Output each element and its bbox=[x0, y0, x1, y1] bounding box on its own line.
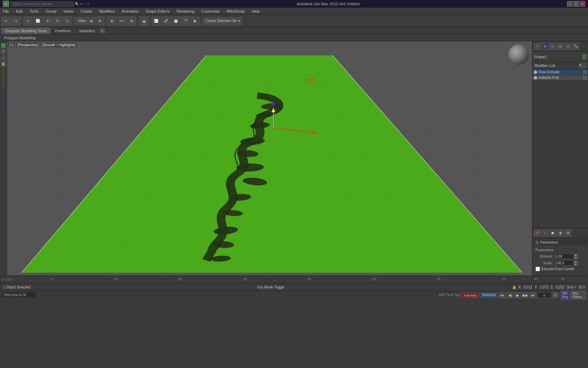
go-to-end-button[interactable]: ⏭ bbox=[530, 292, 537, 298]
extrude-from-center-checkbox[interactable] bbox=[536, 267, 540, 271]
tab-selection[interactable]: Selection bbox=[75, 28, 99, 34]
auto-key-button[interactable]: Auto Key bbox=[461, 292, 479, 298]
menu-file[interactable]: File bbox=[1, 8, 10, 14]
reference-coord-dropdown[interactable]: View World Local bbox=[75, 17, 94, 25]
undo-button[interactable]: ↩ bbox=[1, 16, 10, 26]
zoom-extents-button[interactable]: ⊙ bbox=[1, 49, 6, 54]
vertical-slider-2[interactable] bbox=[3, 90, 4, 111]
curve-editor-button[interactable]: 📈 bbox=[152, 16, 161, 26]
menu-modifiers[interactable]: Modifiers bbox=[98, 8, 116, 14]
viewport-plus[interactable]: [+] bbox=[8, 43, 14, 47]
render-setup-button[interactable]: 🎬 bbox=[181, 16, 190, 26]
menu-create[interactable]: Create bbox=[79, 8, 93, 14]
set-key-area: Set Key Key Filters... bbox=[560, 291, 587, 300]
redo-button[interactable]: ↪ bbox=[11, 16, 20, 26]
tick-60: 60 bbox=[437, 277, 441, 281]
make-unique-button[interactable]: ⬢ bbox=[549, 230, 556, 237]
main-layout: S ⊙ + ✋ [+] [Perspective] [Smooth + High… bbox=[0, 41, 588, 275]
scale-spin-down[interactable]: ▼ bbox=[574, 263, 578, 266]
select-filter-button[interactable]: ◈ bbox=[107, 16, 117, 26]
status-bar: 1 Object Selected Key Mode Toggle 🔒 X: 6… bbox=[0, 283, 588, 291]
go-to-start-button[interactable]: ⏮ bbox=[499, 292, 506, 298]
menu-graph-editors[interactable]: Graph Editors bbox=[145, 8, 171, 14]
menu-maxscript[interactable]: MAXScript bbox=[225, 8, 246, 14]
modifier-list-dropdown[interactable]: ▾ bbox=[579, 63, 586, 68]
zoom-button[interactable]: + bbox=[1, 55, 6, 61]
modifier-editable-poly[interactable]: Editable Poly bbox=[532, 75, 588, 81]
utilities-panel-icon[interactable]: 🔧 bbox=[572, 43, 579, 50]
window-title: Autodesk 3ds Max 2010 x64 Untitled bbox=[89, 2, 567, 6]
menu-help[interactable]: Help bbox=[250, 8, 261, 14]
display-panel-icon[interactable]: ◻ bbox=[565, 43, 572, 50]
modifier-editable-poly-bulb[interactable] bbox=[534, 76, 537, 80]
modifier-editable-poly-settings-icon[interactable] bbox=[583, 76, 587, 80]
scale-button[interactable]: ⬡ bbox=[63, 16, 72, 26]
params-collapse-button[interactable]: − bbox=[535, 241, 539, 244]
grid-value: 10,0 bbox=[579, 285, 585, 289]
prev-frame-button[interactable]: ◀ bbox=[506, 292, 513, 298]
menu-tools[interactable]: Tools bbox=[28, 8, 40, 14]
tab-graphite-modeling[interactable]: Graphite Modeling Tools bbox=[1, 28, 50, 34]
material-editor-button[interactable]: ⬤ bbox=[171, 16, 180, 26]
menu-rendering[interactable]: Rendering bbox=[175, 8, 196, 14]
close-button[interactable]: ✕ bbox=[580, 1, 585, 7]
align-button[interactable]: ⊞ bbox=[127, 16, 136, 26]
amount-input[interactable] bbox=[554, 253, 574, 259]
mirror-button[interactable]: ⟺ bbox=[117, 16, 126, 26]
pan-button[interactable]: ✋ bbox=[1, 61, 6, 67]
modifier-face-extrude[interactable]: Face Extrude bbox=[532, 69, 588, 75]
search-input[interactable] bbox=[10, 1, 74, 7]
layer-manager-button[interactable]: ⬓ bbox=[139, 16, 148, 26]
maximize-button[interactable]: □ bbox=[573, 1, 579, 7]
add-time-tag-button[interactable]: Add Time Tag bbox=[439, 293, 460, 297]
select-region-button[interactable]: ⬜ bbox=[33, 16, 42, 26]
use-pivot-button[interactable]: ⊕ bbox=[95, 16, 104, 26]
schematic-view-button[interactable]: 🔗 bbox=[161, 16, 170, 26]
graphite-close-button[interactable]: ✕ bbox=[99, 28, 105, 34]
key-filters-button[interactable]: Key Filters... bbox=[570, 291, 587, 300]
menu-group[interactable]: Group bbox=[44, 8, 58, 14]
modifier-settings-icon[interactable] bbox=[583, 70, 587, 74]
menu-customize[interactable]: Customize bbox=[200, 8, 221, 14]
create-panel-icon[interactable]: + bbox=[534, 43, 541, 50]
amount-spin-up[interactable]: ▲ bbox=[574, 253, 578, 256]
object-color-swatch[interactable] bbox=[582, 55, 587, 59]
configure-modifier-sets-button[interactable]: ⚙ bbox=[565, 230, 572, 237]
modifier-visibility-bulb[interactable] bbox=[534, 70, 537, 74]
next-frame-button[interactable]: ▶▶ bbox=[522, 292, 529, 298]
modify-panel-icon[interactable]: ⊘ bbox=[541, 43, 548, 50]
menu-views[interactable]: Views bbox=[62, 8, 75, 14]
render-production-button[interactable]: ▶ bbox=[191, 16, 200, 26]
rotate-button[interactable]: ↻ bbox=[53, 16, 62, 26]
viewport-shading[interactable]: [Smooth + Highlights] bbox=[41, 43, 76, 47]
select-object-button[interactable]: ⊙ bbox=[23, 16, 33, 26]
hierarchy-panel-icon[interactable]: ⬡ bbox=[549, 43, 556, 50]
create-selection-button[interactable]: Create Selection Se ▾ bbox=[203, 17, 242, 25]
sub-tab-polygon-modelling[interactable]: Polygon Modelling bbox=[1, 35, 38, 41]
vertical-slider[interactable] bbox=[3, 68, 4, 89]
viewport[interactable]: [+] [Perspective] [Smooth + Highlights] bbox=[7, 41, 532, 275]
motion-panel-icon[interactable]: ◎ bbox=[557, 43, 564, 50]
move-button[interactable]: ✛ bbox=[43, 16, 52, 26]
minimize-button[interactable]: − bbox=[567, 1, 573, 7]
menu-edit[interactable]: Edit bbox=[15, 8, 24, 14]
pin-stack-button[interactable]: 📌 bbox=[534, 230, 541, 237]
scale-input[interactable] bbox=[554, 260, 574, 266]
play-button[interactable]: ▶ bbox=[514, 292, 521, 298]
welcome-text-box: Welcome to M bbox=[1, 292, 36, 298]
object-name: Shape1 bbox=[534, 55, 547, 59]
set-key-button[interactable]: Set Key bbox=[560, 291, 570, 300]
sidebar-mode-button[interactable]: S bbox=[1, 43, 6, 48]
tab-freeform[interactable]: Freeform bbox=[51, 28, 75, 34]
scale-spin-up[interactable]: ▲ bbox=[574, 260, 578, 263]
show-end-result-button[interactable]: ↕ bbox=[541, 230, 548, 237]
time-config-button[interactable]: ⏱ bbox=[552, 292, 559, 298]
menu-animation[interactable]: Animation bbox=[120, 8, 140, 14]
timeline-expand-button[interactable]: > bbox=[13, 278, 15, 281]
modifier-stack-area bbox=[532, 81, 588, 228]
viewport-perspective[interactable]: [Perspective] bbox=[16, 43, 39, 47]
amount-spin-down[interactable]: ▼ bbox=[574, 256, 578, 259]
frame-number-display: 0 bbox=[537, 292, 551, 298]
scale-row: Scale: ▲ ▼ bbox=[536, 260, 585, 266]
remove-modifier-button[interactable]: 🗑 bbox=[557, 230, 564, 237]
